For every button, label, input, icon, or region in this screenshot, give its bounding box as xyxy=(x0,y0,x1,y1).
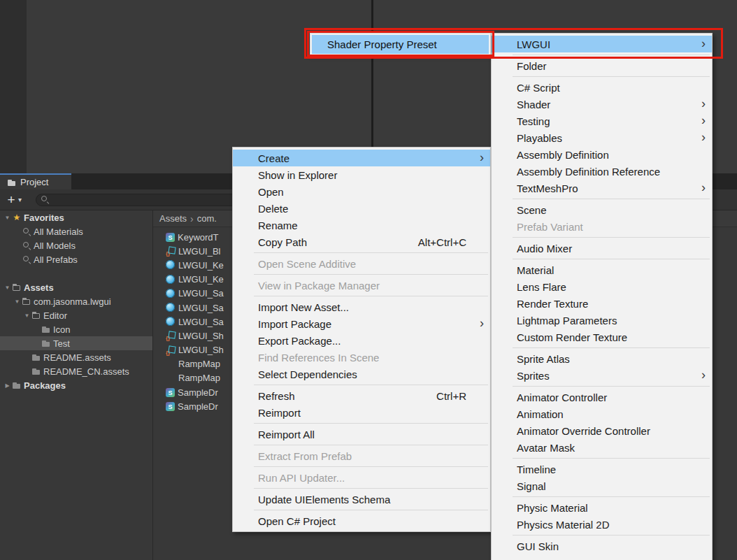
menu-item-label: Find References In Scene xyxy=(258,352,379,364)
context-menu-item[interactable]: Extract From Prefab xyxy=(233,447,490,464)
menu-item-shader-property-preset[interactable]: Shader Property Preset xyxy=(312,35,489,54)
create-submenu-item[interactable]: Signal xyxy=(492,478,712,494)
tree-item[interactable]: ▶ Packages xyxy=(0,378,152,392)
menu-item-label: Extract From Prefab xyxy=(258,450,352,462)
menu-item-label: Reimport All xyxy=(258,429,315,440)
menu-separator xyxy=(233,272,490,277)
create-submenu-item[interactable]: Custom Render Texture xyxy=(492,329,712,345)
create-submenu-item[interactable]: Scene xyxy=(492,201,712,218)
asset-label: RampMap xyxy=(178,359,220,369)
menu-item-label: Render Texture xyxy=(517,298,588,310)
create-submenu-item[interactable]: Physic Material xyxy=(492,499,712,516)
menu-separator xyxy=(233,443,490,447)
tree-item[interactable]: Test xyxy=(0,336,152,350)
menu-separator xyxy=(233,486,490,491)
asset-icon xyxy=(166,275,176,285)
create-submenu-item[interactable]: Custom Font xyxy=(492,554,712,560)
context-menu-item[interactable]: Open C# Project xyxy=(233,512,490,529)
create-submenu-item[interactable]: C# Script xyxy=(492,79,712,96)
context-menu-item[interactable]: Copy Path Alt+Ctrl+C xyxy=(233,234,490,250)
menu-item-label: Avatar Mask xyxy=(517,442,575,454)
menu-separator xyxy=(492,235,712,240)
tree-spacer xyxy=(0,266,152,280)
create-submenu-item[interactable]: Testing › xyxy=(492,113,712,129)
tree-item[interactable]: ▼ com.jasonma.lwgui xyxy=(0,294,152,308)
add-asset-button[interactable]: + xyxy=(6,193,17,206)
context-menu-item[interactable]: Refresh Ctrl+R xyxy=(233,387,490,404)
create-submenu-item[interactable]: Timeline xyxy=(492,461,712,478)
tree-item-icon xyxy=(12,380,22,390)
context-menu-item[interactable]: Open Scene Additive xyxy=(233,255,490,272)
create-submenu-item[interactable]: LWGUI › xyxy=(492,36,712,52)
create-submenu-item[interactable]: Animation xyxy=(492,405,712,422)
tree-item[interactable]: Icon xyxy=(0,322,152,336)
create-submenu-item[interactable]: Material xyxy=(492,261,712,278)
submenu-arrow-icon: › xyxy=(701,366,706,383)
create-submenu-item[interactable]: Physics Material 2D xyxy=(492,516,712,533)
context-menu-item[interactable]: Delete xyxy=(233,200,490,217)
tree-item-label: All Prefabs xyxy=(34,254,78,265)
create-submenu-item[interactable]: Sprites › xyxy=(492,367,712,384)
create-submenu-item[interactable]: Animator Override Controller xyxy=(492,422,712,439)
menu-item-label: Update UIElements Schema xyxy=(258,494,390,505)
menu-separator xyxy=(492,345,712,350)
context-menu-item[interactable]: Create › xyxy=(233,150,490,166)
context-menu-item[interactable]: View in Package Manager xyxy=(233,277,490,294)
expander-icon[interactable]: ▶ xyxy=(3,382,12,389)
create-submenu-item[interactable]: Assembly Definition Reference xyxy=(492,163,712,180)
menu-item-label: Audio Mixer xyxy=(517,243,572,254)
context-menu-item[interactable]: Find References In Scene xyxy=(233,349,490,366)
expander-icon[interactable]: ▼ xyxy=(13,299,22,305)
create-submenu-item[interactable]: Avatar Mask xyxy=(492,439,712,456)
context-menu-item[interactable]: Show in Explorer xyxy=(233,166,490,183)
create-submenu-item[interactable]: Render Texture xyxy=(492,295,712,312)
context-menu-item[interactable]: Run API Updater... xyxy=(233,469,490,486)
tab-project[interactable]: Project xyxy=(0,173,71,189)
expander-icon[interactable]: ▼ xyxy=(22,313,31,319)
create-submenu-item[interactable]: Animator Controller xyxy=(492,389,712,405)
context-menu-item[interactable]: Update UIElements Schema xyxy=(233,491,490,508)
project-tree: ▼ ★ Favorites All Materials All Models A… xyxy=(0,210,152,560)
add-dropdown-arrow-icon[interactable]: ▾ xyxy=(18,196,22,203)
create-submenu-item[interactable]: Assembly Definition xyxy=(492,146,712,163)
create-submenu-item[interactable]: GUI Skin xyxy=(492,538,712,554)
context-menu-item[interactable]: Open xyxy=(233,183,490,200)
menu-item-label: Sprite Atlas xyxy=(517,353,570,365)
create-submenu-item[interactable]: Playables › xyxy=(492,129,712,146)
create-submenu-item[interactable]: TextMeshPro › xyxy=(492,180,712,196)
create-submenu-item[interactable]: Shader › xyxy=(492,96,712,113)
context-menu-item[interactable]: Reimport xyxy=(233,404,490,421)
context-menu-item[interactable]: Reimport All xyxy=(233,426,490,443)
menu-item-label: Custom Render Texture xyxy=(517,331,627,343)
create-submenu-item[interactable]: Lightmap Parameters xyxy=(492,312,712,329)
context-menu-item[interactable]: Import Package › xyxy=(233,315,490,332)
tree-item[interactable]: ▼ Editor xyxy=(0,308,152,322)
expander-icon[interactable]: ▼ xyxy=(3,215,12,221)
context-menu-item[interactable]: Import New Asset... xyxy=(233,299,490,315)
tree-item[interactable]: ▼ ★ Favorites xyxy=(0,210,152,224)
menu-item-label: Open xyxy=(258,186,284,198)
tree-item[interactable]: All Materials xyxy=(0,224,152,238)
menu-item-shortcut: Ctrl+R xyxy=(436,390,466,402)
context-menu-item[interactable]: Select Dependencies xyxy=(233,366,490,382)
folder-icon xyxy=(7,178,17,187)
create-submenu-item[interactable]: Audio Mixer xyxy=(492,240,712,257)
tree-item[interactable]: All Models xyxy=(0,238,152,252)
create-submenu-item[interactable]: Prefab Variant xyxy=(492,218,712,235)
breadcrumb-root[interactable]: Assets xyxy=(159,213,187,224)
expander-icon[interactable]: ▼ xyxy=(3,285,12,291)
asset-icon: S xyxy=(166,402,175,411)
tree-item-icon: ★ xyxy=(12,213,22,222)
create-submenu-item[interactable]: Lens Flare xyxy=(492,278,712,295)
tree-item[interactable]: README.assets xyxy=(0,350,152,364)
tree-item[interactable]: All Prefabs xyxy=(0,252,152,266)
menu-item-label: TextMeshPro xyxy=(517,182,578,194)
context-menu-item[interactable]: Rename xyxy=(233,217,490,234)
create-submenu-item[interactable]: Sprite Atlas xyxy=(492,350,712,367)
breadcrumb-current[interactable]: com. xyxy=(197,213,217,224)
menu-item-label: Open C# Project xyxy=(258,515,336,527)
tree-item[interactable]: README_CN.assets xyxy=(0,364,152,378)
context-menu-item[interactable]: Export Package... xyxy=(233,332,490,349)
tree-item[interactable]: ▼ Assets xyxy=(0,280,152,294)
create-submenu-item[interactable]: Folder xyxy=(492,57,712,74)
